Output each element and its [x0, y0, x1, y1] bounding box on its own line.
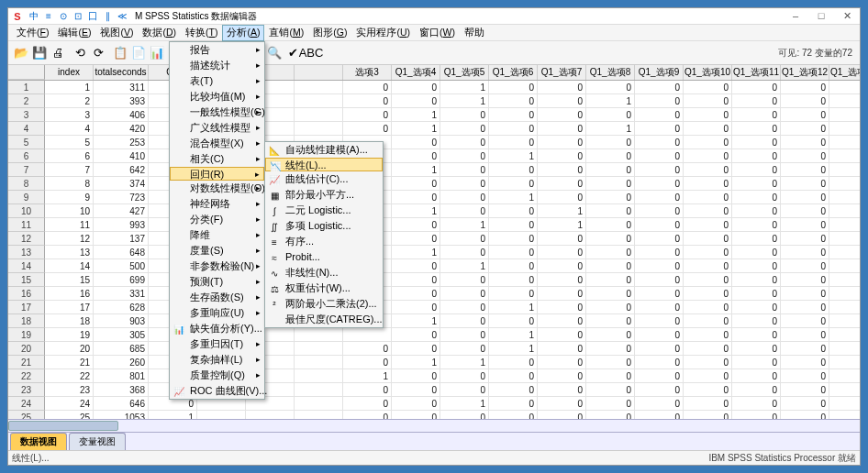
column-header[interactable]: Q1_选项4 — [392, 65, 440, 80]
table-row[interactable]: 1616331000000000000没什么味道..味道清香,..5 — [8, 287, 860, 301]
menu-图形[interactable]: 图形(G) — [308, 25, 351, 41]
table-row[interactable]: 20206851000100000000初使用感觉..膏体质地清..5 — [8, 342, 860, 356]
menu-直销[interactable]: 直销(M) — [264, 25, 308, 41]
toolbar-btn-15[interactable]: ABC — [302, 44, 320, 62]
submenu-item[interactable]: ∿非线性(N)... — [265, 265, 383, 280]
quick-icon[interactable]: ⊙ — [57, 10, 70, 23]
table-row[interactable]: 1919305000100000000很好推开,..很好推开,..5 — [8, 328, 860, 342]
submenu-item[interactable]: 📐自动线性建模(A)... — [265, 142, 383, 158]
menu-item[interactable]: 对数线性模型(O) — [170, 181, 264, 196]
menu-item[interactable]: 复杂抽样(L) — [170, 352, 264, 368]
table-row[interactable]: 1818903010000000000质地算不坏..比较油腻,..1 — [8, 314, 860, 328]
menu-item[interactable]: 度量(S) — [170, 243, 264, 258]
menu-item[interactable]: 质量控制(Q) — [170, 368, 264, 383]
menu-item[interactable]: 📈ROC 曲线图(V)... — [170, 383, 264, 399]
menu-item[interactable]: 生存函数(S) — [170, 290, 264, 305]
menu-视图[interactable]: 视图(V) — [95, 25, 138, 41]
table-row[interactable]: 223930001001000000较轻薄, 易..较厚重, 连..4 — [8, 94, 860, 108]
column-header[interactable] — [295, 65, 343, 80]
table-row[interactable]: 1414500101000000000超喜欢这款..不太喜欢这..1 — [8, 259, 860, 273]
menu-item[interactable]: 一般线性模型(G) — [170, 104, 264, 120]
submenu-item[interactable]: 最佳尺度(CATREG)... — [265, 312, 383, 327]
menu-item[interactable]: 预测(T) — [170, 274, 264, 290]
toolbar-btn-3[interactable]: ⟲ — [71, 44, 89, 62]
table-row[interactable]: 66410000100000000即时紧致感..这款更加温..5 — [8, 149, 860, 163]
analyze-menu-dropdown[interactable]: 报告描述统计表(T)比较均值(M)一般线性模型(G)广义线性模型混合模型(X)相… — [169, 41, 265, 400]
quick-icon[interactable]: 中 — [28, 10, 40, 23]
menu-item[interactable]: 比较均值(M) — [170, 89, 264, 104]
toolbar-btn-13[interactable]: 🔍 — [265, 44, 284, 62]
menu-编辑[interactable]: 编辑(E) — [53, 25, 95, 41]
table-row[interactable]: 21212600011000000000质地轻, 易..紧致感, 味..5 — [8, 356, 860, 369]
table-row[interactable]: 334060010000000000吸收特别快..特别滋润,..5 — [8, 108, 860, 122]
column-header[interactable]: 选项3 — [343, 65, 392, 80]
column-header[interactable]: Q1_选项10 — [684, 65, 732, 80]
column-header[interactable]: Q1_选项12 — [781, 65, 829, 80]
column-header[interactable]: Q1_选项8 — [586, 65, 635, 80]
table-row[interactable]: 99723100100000000优点是味道..优点是保湿..5 — [8, 191, 860, 204]
menu-item[interactable]: 降维 — [170, 227, 264, 243]
horizontal-scrollbar[interactable] — [8, 419, 860, 432]
menu-item[interactable]: 📊缺失值分析(Y)... — [170, 321, 264, 336]
column-header[interactable]: totalseconds — [94, 65, 149, 80]
menu-转换[interactable]: 转换(T) — [181, 25, 222, 41]
toolbar-btn-6[interactable]: 📄 — [129, 44, 148, 62]
scroll-thumb[interactable] — [8, 421, 118, 431]
toolbar-btn-0[interactable]: 📂 — [12, 44, 30, 62]
tab-variable-view[interactable]: 变量视图 — [69, 433, 126, 450]
tab-data-view[interactable]: 数据视图 — [10, 433, 67, 450]
menu-item[interactable]: 非参数检验(N) — [170, 258, 264, 274]
submenu-item[interactable]: ▦部分最小平方... — [265, 187, 383, 203]
submenu-item[interactable]: ∫二元 Logistic... — [265, 203, 383, 218]
menu-item[interactable]: 描述统计 — [170, 58, 264, 73]
submenu-item[interactable]: 📉线性(L)... — [265, 158, 383, 171]
column-header[interactable]: index — [45, 65, 94, 80]
table-row[interactable]: 1313648010000000000吸收的速度..感觉稍微有..2 — [8, 246, 860, 259]
close-button[interactable]: ✕ — [834, 10, 860, 22]
toolbar-btn-2[interactable]: 🖨 — [49, 44, 67, 62]
submenu-item[interactable]: ∬多项 Logistic... — [265, 218, 383, 234]
data-grid[interactable]: 113110001000000000味道不喜欢..香味合适,..22239300… — [8, 81, 860, 419]
table-row[interactable]: 1212137000000000000不太喜欢喜欢5 — [8, 232, 860, 246]
menu-数据[interactable]: 数据(D) — [138, 25, 181, 41]
table-row[interactable]: 1010427010010000000易推开, 味..易推开, 味..2 — [8, 204, 860, 218]
submenu-item[interactable]: 📈曲线估计(C)... — [265, 171, 383, 187]
table-row[interactable]: 22228011100000000000用后一分钟..质地还行,..2 — [8, 369, 860, 383]
menu-帮助[interactable]: 帮助 — [460, 25, 489, 41]
menu-item[interactable]: 回归(R) — [170, 167, 264, 181]
menu-item[interactable]: 广义线性模型 — [170, 120, 264, 136]
column-header[interactable]: Q1_选项5 — [440, 65, 489, 80]
submenu-item[interactable]: ⚖权重估计(W)... — [265, 280, 383, 296]
menu-窗口[interactable]: 窗口(W) — [415, 25, 460, 41]
menu-item[interactable]: 相关(C) — [170, 151, 264, 167]
submenu-item[interactable]: ²两阶最小二乘法(2)... — [265, 296, 383, 312]
toolbar-btn-4[interactable]: ⟳ — [89, 44, 107, 62]
submenu-item[interactable]: ≈Probit... — [265, 249, 383, 265]
toolbar-btn-5[interactable]: 📋 — [111, 44, 129, 62]
column-header[interactable]: Q1_选项7 — [538, 65, 586, 80]
menu-item[interactable]: 多重归因(T) — [170, 336, 264, 352]
quick-icon[interactable]: ⊡ — [72, 10, 84, 23]
column-header[interactable]: Q1_选项6 — [489, 65, 538, 80]
menu-item[interactable]: 多重响应(U) — [170, 305, 264, 321]
table-row[interactable]: 444200010001000000有点难推开..很容易推开..5 — [8, 122, 860, 136]
submenu-item[interactable]: ≡有序... — [265, 234, 383, 249]
table-row[interactable]: 8837400000000000005的肤感,..2号质地清..5 — [8, 177, 860, 191]
table-row[interactable]: 113110001000000000味道不喜欢..香味合适,..2 — [8, 81, 860, 94]
table-row[interactable]: 1111993001010000000初使用感觉..比较清透,..5 — [8, 218, 860, 232]
table-row[interactable]: 2525105310000000000005号质地更..2号香味是..5 — [8, 411, 860, 419]
maximize-button[interactable]: □ — [808, 10, 834, 22]
regression-submenu[interactable]: 📐自动线性建模(A)...📉线性(L)...📈曲线估计(C)...▦部分最小平方… — [264, 141, 384, 328]
column-header[interactable]: Q1_选项9 — [635, 65, 684, 80]
table-row[interactable]: 1515699100000000000味道清淡,..喜欢它的香味..5 — [8, 273, 860, 287]
menu-实用程序[interactable]: 实用程序(U) — [351, 25, 415, 41]
quick-icon[interactable]: 囗 — [86, 10, 99, 23]
toolbar-btn-7[interactable]: 📊 — [148, 44, 166, 62]
table-row[interactable]: 1717628100100000000吸收快, 有..好推开, 更..5 — [8, 301, 860, 314]
toolbar-btn-1[interactable]: 💾 — [30, 44, 49, 62]
minimize-button[interactable]: – — [783, 10, 808, 22]
menu-文件[interactable]: 文件(F) — [12, 25, 53, 41]
quick-icon[interactable]: ≪ — [116, 10, 128, 23]
table-row[interactable]: 77642110000000000喜欢味道,..滋润保持持..5 — [8, 163, 860, 177]
table-row[interactable]: 23233681000000000000稍微厚重些..质地会稍湿..5 — [8, 383, 860, 397]
